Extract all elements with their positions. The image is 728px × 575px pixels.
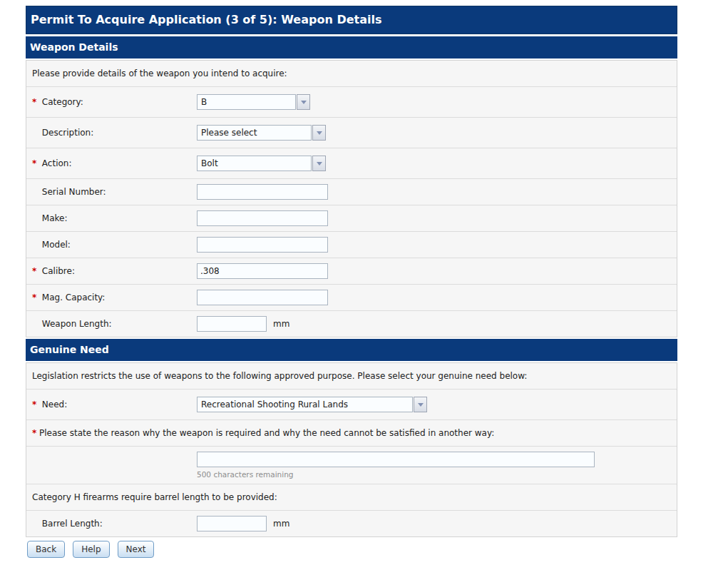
- category-label: Category:: [42, 97, 83, 107]
- category-h-note-row: Category H firearms require barrel lengt…: [26, 484, 677, 511]
- make-row: Make:: [26, 205, 677, 232]
- model-input[interactable]: [197, 237, 328, 253]
- section-header-weapon-details: Weapon Details: [26, 36, 677, 58]
- serial-number-input[interactable]: [197, 184, 328, 200]
- help-button[interactable]: Help: [73, 541, 109, 558]
- description-dropdown[interactable]: Please select: [197, 125, 326, 141]
- barrel-length-label: Barrel Length:: [42, 519, 103, 529]
- calibre-row: * Calibre:: [26, 258, 677, 285]
- required-marker: *: [32, 400, 39, 409]
- required-marker: *: [32, 428, 39, 438]
- action-label: Action:: [42, 158, 72, 168]
- serial-number-label: Serial Number:: [42, 187, 106, 197]
- mag-capacity-label: Mag. Capacity:: [42, 292, 106, 302]
- next-button[interactable]: Next: [118, 541, 155, 558]
- barrel-length-row: Barrel Length: mm: [26, 511, 677, 536]
- need-row: * Need: Recreational Shooting Rural Land…: [26, 390, 677, 420]
- form-footer: Back Help Next: [26, 541, 677, 558]
- chevron-down-icon: [317, 131, 322, 135]
- calibre-input[interactable]: [197, 263, 328, 279]
- category-h-note-text: Category H firearms require barrel lengt…: [32, 492, 277, 502]
- reason-input[interactable]: [197, 452, 595, 467]
- need-dropdown-button[interactable]: [414, 397, 427, 412]
- genuine-need-intro-row: Legislation restricts the use of weapons…: [26, 363, 677, 390]
- section-header-genuine-need: Genuine Need: [26, 339, 677, 361]
- category-dropdown-button[interactable]: [297, 94, 310, 110]
- action-row: * Action: Bolt: [26, 148, 677, 179]
- required-marker: *: [32, 292, 39, 302]
- make-input[interactable]: [197, 210, 328, 226]
- weapon-details-intro-row: Please provide details of the weapon you…: [26, 61, 677, 87]
- chevron-down-icon: [418, 403, 424, 407]
- description-row: Description: Please select: [26, 118, 677, 148]
- model-label: Model:: [42, 240, 71, 250]
- mag-capacity-row: * Mag. Capacity:: [26, 285, 677, 311]
- weapon-length-label: Weapon Length:: [42, 319, 112, 329]
- barrel-length-unit: mm: [273, 519, 289, 529]
- chevron-down-icon: [301, 101, 307, 104]
- back-button[interactable]: Back: [27, 541, 65, 558]
- reason-question-row: * Please state the reason why the weapon…: [26, 420, 677, 447]
- weapon-details-section: Please provide details of the weapon you…: [26, 60, 677, 337]
- characters-remaining-counter: 500 characters remaining: [197, 470, 595, 479]
- calibre-label: Calibre:: [42, 266, 75, 276]
- need-dropdown[interactable]: Recreational Shooting Rural Lands: [197, 397, 427, 412]
- description-dropdown-button[interactable]: [312, 125, 326, 141]
- need-label: Need:: [42, 400, 67, 409]
- required-marker: *: [32, 158, 39, 168]
- weapon-details-intro-text: Please provide details of the weapon you…: [32, 68, 287, 78]
- action-dropdown-value[interactable]: Bolt: [197, 156, 312, 171]
- mag-capacity-input[interactable]: [197, 290, 328, 305]
- make-label: Make:: [42, 213, 68, 223]
- permit-application-form: Permit To Acquire Application (3 of 5): …: [26, 6, 677, 558]
- serial-number-row: Serial Number:: [26, 179, 677, 205]
- weapon-length-input[interactable]: [197, 316, 267, 332]
- reason-question-text: Please state the reason why the weapon i…: [39, 428, 494, 438]
- weapon-length-row: Weapon Length: mm: [26, 311, 677, 337]
- page-title: Permit To Acquire Application (3 of 5): …: [26, 6, 677, 34]
- category-dropdown[interactable]: B: [197, 94, 310, 110]
- required-marker: *: [32, 97, 39, 107]
- need-dropdown-value[interactable]: Recreational Shooting Rural Lands: [197, 397, 413, 412]
- model-row: Model:: [26, 232, 677, 258]
- reason-row: 500 characters remaining: [26, 447, 677, 484]
- chevron-down-icon: [317, 162, 322, 166]
- description-label: Description:: [42, 128, 93, 138]
- weapon-length-unit: mm: [273, 319, 289, 329]
- barrel-length-input[interactable]: [197, 516, 267, 531]
- category-row: * Category: B: [26, 87, 677, 118]
- action-dropdown-button[interactable]: [312, 156, 326, 171]
- genuine-need-section: Legislation restricts the use of weapons…: [26, 362, 677, 537]
- genuine-need-intro-text: Legislation restricts the use of weapons…: [32, 371, 527, 381]
- action-dropdown[interactable]: Bolt: [197, 156, 326, 171]
- category-dropdown-value[interactable]: B: [197, 94, 296, 110]
- required-marker: *: [32, 266, 39, 276]
- description-dropdown-value[interactable]: Please select: [197, 125, 312, 141]
